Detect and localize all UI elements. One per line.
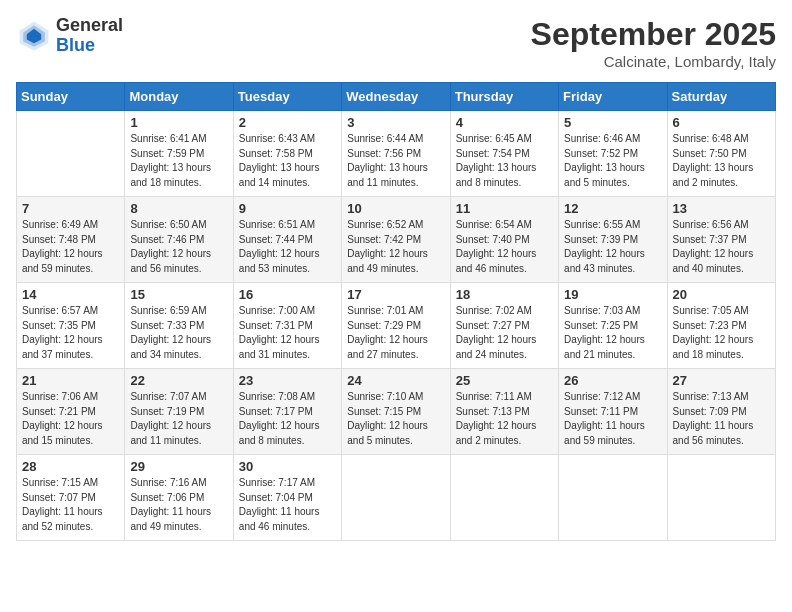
calendar-table: SundayMondayTuesdayWednesdayThursdayFrid…: [16, 82, 776, 541]
day-number: 13: [673, 201, 770, 216]
month-year: September 2025: [531, 16, 776, 53]
day-number: 28: [22, 459, 119, 474]
day-number: 5: [564, 115, 661, 130]
day-number: 10: [347, 201, 444, 216]
header-saturday: Saturday: [667, 83, 775, 111]
day-number: 16: [239, 287, 336, 302]
day-info: Sunrise: 7:01 AM Sunset: 7:29 PM Dayligh…: [347, 304, 444, 362]
day-cell: 25Sunrise: 7:11 AM Sunset: 7:13 PM Dayli…: [450, 369, 558, 455]
day-number: 23: [239, 373, 336, 388]
day-info: Sunrise: 6:59 AM Sunset: 7:33 PM Dayligh…: [130, 304, 227, 362]
day-cell: 24Sunrise: 7:10 AM Sunset: 7:15 PM Dayli…: [342, 369, 450, 455]
day-cell: 18Sunrise: 7:02 AM Sunset: 7:27 PM Dayli…: [450, 283, 558, 369]
day-cell: 22Sunrise: 7:07 AM Sunset: 7:19 PM Dayli…: [125, 369, 233, 455]
day-info: Sunrise: 6:43 AM Sunset: 7:58 PM Dayligh…: [239, 132, 336, 190]
week-row-2: 7Sunrise: 6:49 AM Sunset: 7:48 PM Daylig…: [17, 197, 776, 283]
day-info: Sunrise: 6:54 AM Sunset: 7:40 PM Dayligh…: [456, 218, 553, 276]
day-cell: 26Sunrise: 7:12 AM Sunset: 7:11 PM Dayli…: [559, 369, 667, 455]
header-tuesday: Tuesday: [233, 83, 341, 111]
day-info: Sunrise: 6:55 AM Sunset: 7:39 PM Dayligh…: [564, 218, 661, 276]
day-number: 19: [564, 287, 661, 302]
day-cell: 30Sunrise: 7:17 AM Sunset: 7:04 PM Dayli…: [233, 455, 341, 541]
day-cell: 17Sunrise: 7:01 AM Sunset: 7:29 PM Dayli…: [342, 283, 450, 369]
day-cell: 14Sunrise: 6:57 AM Sunset: 7:35 PM Dayli…: [17, 283, 125, 369]
day-number: 6: [673, 115, 770, 130]
day-cell: 3Sunrise: 6:44 AM Sunset: 7:56 PM Daylig…: [342, 111, 450, 197]
logo-text: General Blue: [56, 16, 123, 56]
logo-icon: [16, 18, 52, 54]
location: Calcinate, Lombardy, Italy: [531, 53, 776, 70]
day-info: Sunrise: 7:07 AM Sunset: 7:19 PM Dayligh…: [130, 390, 227, 448]
day-cell: 1Sunrise: 6:41 AM Sunset: 7:59 PM Daylig…: [125, 111, 233, 197]
day-info: Sunrise: 7:03 AM Sunset: 7:25 PM Dayligh…: [564, 304, 661, 362]
day-number: 26: [564, 373, 661, 388]
day-info: Sunrise: 7:06 AM Sunset: 7:21 PM Dayligh…: [22, 390, 119, 448]
header-wednesday: Wednesday: [342, 83, 450, 111]
day-info: Sunrise: 6:51 AM Sunset: 7:44 PM Dayligh…: [239, 218, 336, 276]
day-cell: 15Sunrise: 6:59 AM Sunset: 7:33 PM Dayli…: [125, 283, 233, 369]
day-info: Sunrise: 7:13 AM Sunset: 7:09 PM Dayligh…: [673, 390, 770, 448]
day-info: Sunrise: 6:57 AM Sunset: 7:35 PM Dayligh…: [22, 304, 119, 362]
day-number: 15: [130, 287, 227, 302]
logo: General Blue: [16, 16, 123, 56]
day-number: 30: [239, 459, 336, 474]
day-cell: 13Sunrise: 6:56 AM Sunset: 7:37 PM Dayli…: [667, 197, 775, 283]
day-cell: 29Sunrise: 7:16 AM Sunset: 7:06 PM Dayli…: [125, 455, 233, 541]
day-cell: 28Sunrise: 7:15 AM Sunset: 7:07 PM Dayli…: [17, 455, 125, 541]
day-number: 17: [347, 287, 444, 302]
day-info: Sunrise: 6:50 AM Sunset: 7:46 PM Dayligh…: [130, 218, 227, 276]
day-cell: 12Sunrise: 6:55 AM Sunset: 7:39 PM Dayli…: [559, 197, 667, 283]
day-number: 14: [22, 287, 119, 302]
day-info: Sunrise: 7:15 AM Sunset: 7:07 PM Dayligh…: [22, 476, 119, 534]
day-number: 18: [456, 287, 553, 302]
header-monday: Monday: [125, 83, 233, 111]
day-cell: [342, 455, 450, 541]
day-cell: [559, 455, 667, 541]
day-number: 1: [130, 115, 227, 130]
calendar-header-row: SundayMondayTuesdayWednesdayThursdayFrid…: [17, 83, 776, 111]
day-cell: 20Sunrise: 7:05 AM Sunset: 7:23 PM Dayli…: [667, 283, 775, 369]
day-info: Sunrise: 7:05 AM Sunset: 7:23 PM Dayligh…: [673, 304, 770, 362]
day-info: Sunrise: 7:11 AM Sunset: 7:13 PM Dayligh…: [456, 390, 553, 448]
day-cell: [450, 455, 558, 541]
week-row-4: 21Sunrise: 7:06 AM Sunset: 7:21 PM Dayli…: [17, 369, 776, 455]
day-cell: 8Sunrise: 6:50 AM Sunset: 7:46 PM Daylig…: [125, 197, 233, 283]
day-info: Sunrise: 7:10 AM Sunset: 7:15 PM Dayligh…: [347, 390, 444, 448]
day-info: Sunrise: 6:49 AM Sunset: 7:48 PM Dayligh…: [22, 218, 119, 276]
header-friday: Friday: [559, 83, 667, 111]
day-info: Sunrise: 7:17 AM Sunset: 7:04 PM Dayligh…: [239, 476, 336, 534]
day-cell: 4Sunrise: 6:45 AM Sunset: 7:54 PM Daylig…: [450, 111, 558, 197]
logo-blue: Blue: [56, 36, 123, 56]
day-number: 20: [673, 287, 770, 302]
day-cell: 10Sunrise: 6:52 AM Sunset: 7:42 PM Dayli…: [342, 197, 450, 283]
day-info: Sunrise: 7:02 AM Sunset: 7:27 PM Dayligh…: [456, 304, 553, 362]
day-number: 3: [347, 115, 444, 130]
day-number: 12: [564, 201, 661, 216]
day-number: 9: [239, 201, 336, 216]
day-number: 22: [130, 373, 227, 388]
day-number: 29: [130, 459, 227, 474]
page-header: General Blue September 2025 Calcinate, L…: [16, 16, 776, 70]
day-info: Sunrise: 7:08 AM Sunset: 7:17 PM Dayligh…: [239, 390, 336, 448]
week-row-5: 28Sunrise: 7:15 AM Sunset: 7:07 PM Dayli…: [17, 455, 776, 541]
day-number: 11: [456, 201, 553, 216]
day-number: 24: [347, 373, 444, 388]
day-info: Sunrise: 6:48 AM Sunset: 7:50 PM Dayligh…: [673, 132, 770, 190]
day-cell: [667, 455, 775, 541]
day-cell: 16Sunrise: 7:00 AM Sunset: 7:31 PM Dayli…: [233, 283, 341, 369]
title-block: September 2025 Calcinate, Lombardy, Ital…: [531, 16, 776, 70]
day-number: 7: [22, 201, 119, 216]
day-number: 2: [239, 115, 336, 130]
day-cell: [17, 111, 125, 197]
day-cell: 7Sunrise: 6:49 AM Sunset: 7:48 PM Daylig…: [17, 197, 125, 283]
header-sunday: Sunday: [17, 83, 125, 111]
day-cell: 11Sunrise: 6:54 AM Sunset: 7:40 PM Dayli…: [450, 197, 558, 283]
week-row-1: 1Sunrise: 6:41 AM Sunset: 7:59 PM Daylig…: [17, 111, 776, 197]
header-thursday: Thursday: [450, 83, 558, 111]
week-row-3: 14Sunrise: 6:57 AM Sunset: 7:35 PM Dayli…: [17, 283, 776, 369]
logo-general: General: [56, 16, 123, 36]
day-cell: 21Sunrise: 7:06 AM Sunset: 7:21 PM Dayli…: [17, 369, 125, 455]
day-cell: 19Sunrise: 7:03 AM Sunset: 7:25 PM Dayli…: [559, 283, 667, 369]
day-cell: 27Sunrise: 7:13 AM Sunset: 7:09 PM Dayli…: [667, 369, 775, 455]
day-cell: 2Sunrise: 6:43 AM Sunset: 7:58 PM Daylig…: [233, 111, 341, 197]
